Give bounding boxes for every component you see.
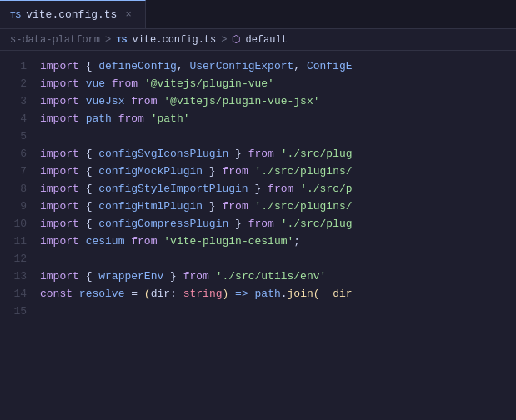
code-line-12 xyxy=(40,250,353,268)
code-line-7: import { configMockPlugin } from './src/… xyxy=(40,162,353,180)
line-num-1: 1 xyxy=(0,58,27,75)
line-num-11: 11 xyxy=(0,232,27,250)
line-num-12: 12 xyxy=(0,250,27,268)
breadcrumb-sep1: > xyxy=(105,34,111,46)
tab-bar: TS vite.config.ts × xyxy=(0,0,516,29)
breadcrumb-symbol-icon: ⬡ xyxy=(232,33,240,46)
code-line-10: import { configCompressPlugin } from './… xyxy=(40,215,353,232)
active-tab[interactable]: TS vite.config.ts × xyxy=(0,0,146,28)
code-line-6: import { configSvgIconsPlugin } from './… xyxy=(40,145,353,162)
breadcrumb-file: vite.config.ts xyxy=(132,34,216,46)
breadcrumb-ts-icon: TS xyxy=(116,35,127,45)
line-num-6: 6 xyxy=(0,145,27,162)
line-num-13: 13 xyxy=(0,268,27,285)
tab-close-button[interactable]: × xyxy=(122,8,134,22)
line-num-7: 7 xyxy=(0,162,27,180)
code-line-1: import { defineConfig, UserConfigExport,… xyxy=(40,58,353,75)
code-line-11: import cesium from 'vite-plugin-cesium'; xyxy=(40,232,353,250)
line-num-8: 8 xyxy=(0,180,27,198)
line-num-2: 2 xyxy=(0,75,27,92)
line-num-14: 14 xyxy=(0,285,27,302)
breadcrumb-default: default xyxy=(245,34,287,46)
code-editor: 1 2 3 4 5 6 7 8 9 10 11 12 13 14 15 impo… xyxy=(0,51,516,420)
code-line-2: import vue from '@vitejs/plugin-vue' xyxy=(40,75,353,92)
breadcrumb: s-data-platform > TS vite.config.ts > ⬡ … xyxy=(0,29,516,51)
line-num-4: 4 xyxy=(0,110,27,128)
code-line-5 xyxy=(40,128,353,145)
typescript-icon: TS xyxy=(10,10,21,20)
line-numbers: 1 2 3 4 5 6 7 8 9 10 11 12 13 14 15 xyxy=(0,51,40,420)
code-line-14: const resolve = (dir: string) => path.jo… xyxy=(40,285,353,302)
code-lines: import { defineConfig, UserConfigExport,… xyxy=(40,51,353,420)
code-line-4: import path from 'path' xyxy=(40,110,353,128)
line-num-15: 15 xyxy=(0,302,27,320)
breadcrumb-project: s-data-platform xyxy=(10,34,100,46)
code-line-15 xyxy=(40,302,353,320)
code-line-9: import { configHtmlPlugin } from './src/… xyxy=(40,198,353,215)
code-line-3: import vueJsx from '@vitejs/plugin-vue-j… xyxy=(40,92,353,110)
line-num-3: 3 xyxy=(0,92,27,110)
line-num-9: 9 xyxy=(0,198,27,215)
code-line-13: import { wrapperEnv } from './src/utils/… xyxy=(40,268,353,285)
tab-filename: vite.config.ts xyxy=(26,8,117,21)
line-num-10: 10 xyxy=(0,215,27,232)
breadcrumb-sep2: > xyxy=(221,34,227,46)
code-line-8: import { configStyleImportPlugin } from … xyxy=(40,180,353,198)
line-num-5: 5 xyxy=(0,128,27,145)
